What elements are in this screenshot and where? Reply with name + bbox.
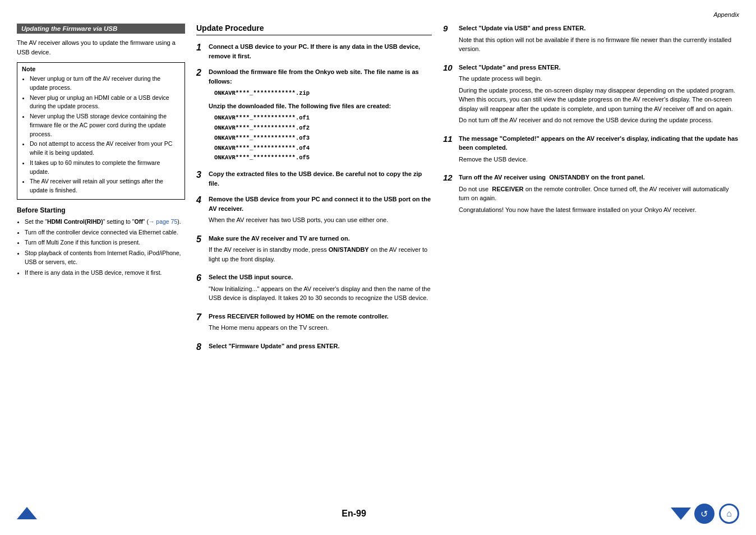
step-content-1: Connect a USB device to your PC. If ther… — [209, 42, 432, 61]
step-6: 6 Select the USB input source. "Now Init… — [196, 273, 432, 305]
step-num-3: 3 — [196, 169, 209, 180]
step-9: 9 Select "Update via USB" and press ENTE… — [443, 24, 739, 56]
arrow-up-icon — [17, 507, 37, 519]
intro-text: The AV receiver allows you to update the… — [17, 38, 185, 57]
file-item: ONKAVR****_************.of3 — [214, 133, 432, 143]
step-content-3: Copy the extracted files to the USB devi… — [209, 169, 432, 188]
note-list: Never unplug or turn off the AV receiver… — [22, 75, 180, 195]
file-item: ONKAVR****_************.of1 — [214, 113, 432, 123]
step-num-5: 5 — [196, 234, 209, 245]
footer-icons: ↺ ⌂ — [694, 504, 739, 524]
step-content-5: Make sure the AV receiver and TV are tur… — [209, 234, 432, 266]
step-num-8: 8 — [196, 342, 209, 352]
step-num-4: 4 — [196, 195, 209, 205]
list-item: The AV receiver will retain all your set… — [30, 177, 180, 195]
mid-column: Update Procedure 1 Connect a USB device … — [196, 24, 432, 359]
step-num-11: 11 — [443, 134, 459, 144]
footer: En-99 ↺ ⌂ — [0, 504, 756, 524]
step-num-6: 6 — [196, 273, 209, 283]
step-3: 3 Copy the extracted files to the USB de… — [196, 169, 432, 188]
list-item: If there is any data in the USB device, … — [25, 269, 185, 278]
right-column: 9 Select "Update via USB" and press ENTE… — [443, 24, 739, 223]
note-box: Note Never unplug or turn off the AV rec… — [17, 62, 185, 200]
step-content-2: Download the firmware file from the Onky… — [209, 67, 432, 163]
list-item: Never unplug or turn off the AV receiver… — [30, 75, 180, 93]
footer-center: En-99 — [342, 509, 366, 519]
step-7: 7 Press RECEIVER followed by HOME on the… — [196, 312, 432, 335]
page: Appendix Updating the Firmware via USB T… — [0, 0, 756, 535]
back-icon[interactable]: ↺ — [694, 504, 714, 524]
step-content-11: The message "Completed!" appears on the … — [459, 134, 739, 167]
step-num-2: 2 — [196, 67, 209, 78]
list-item: It takes up to 60 minutes to complete th… — [30, 159, 180, 177]
step-content-7: Press RECEIVER followed by HOME on the r… — [209, 312, 432, 335]
file-item: ONKAVR****_************.of5 — [214, 153, 432, 163]
list-item: Turn off the controller device connected… — [25, 228, 185, 237]
step-5: 5 Make sure the AV receiver and TV are t… — [196, 234, 432, 266]
step-1: 1 Connect a USB device to your PC. If th… — [196, 42, 432, 61]
home-icon[interactable]: ⌂ — [719, 504, 739, 524]
step-content-4: Remove the USB device from your PC and c… — [209, 195, 432, 227]
list-item: Do not attempt to access the AV receiver… — [30, 140, 180, 158]
file-list: ONKAVR****_************.of1 ONKAVR****_*… — [209, 113, 432, 163]
step-content-12: Turn off the AV receiver using ON/STANDB… — [459, 173, 739, 216]
section-title: Updating the Firmware via USB — [17, 24, 185, 34]
step-content-9: Select "Update via USB" and press ENTER.… — [459, 24, 739, 56]
step-content-6: Select the USB input source. "Now Initia… — [209, 273, 432, 305]
list-item: Never unplug the USB storage device cont… — [30, 112, 180, 139]
arrow-down-icon — [671, 508, 691, 520]
main-columns: Updating the Firmware via USB The AV rec… — [17, 24, 739, 359]
footer-left-arrow — [17, 507, 37, 520]
step-content-10: Select "Update" and press ENTER. The upd… — [459, 63, 739, 127]
page-number: En-99 — [342, 509, 366, 519]
appendix-header: Appendix — [17, 11, 739, 18]
step-10: 10 Select "Update" and press ENTER. The … — [443, 63, 739, 127]
note-label: Note — [22, 66, 180, 72]
step-2: 2 Download the firmware file from the On… — [196, 67, 432, 163]
step-num-1: 1 — [196, 42, 209, 53]
list-item: Stop playback of contents from Internet … — [25, 249, 185, 267]
step-num-12: 12 — [443, 173, 459, 183]
footer-right: ↺ ⌂ — [671, 504, 739, 524]
left-column: Updating the Firmware via USB The AV rec… — [17, 24, 185, 279]
file-item: ONKAVR****_************.of4 — [214, 143, 432, 153]
step-8: 8 Select "Firmware Update" and press ENT… — [196, 342, 432, 352]
before-starting-title: Before Starting — [17, 206, 185, 214]
list-item: Set the "HDMI Control(RIHD)" setting to … — [25, 218, 185, 227]
appendix-label: Appendix — [713, 11, 739, 18]
list-item: Turn off Multi Zone if this function is … — [25, 238, 185, 247]
step-11: 11 The message "Completed!" appears on t… — [443, 134, 739, 167]
file-item: ONKAVR****_************.of2 — [214, 123, 432, 133]
step-num-9: 9 — [443, 24, 459, 34]
step-4: 4 Remove the USB device from your PC and… — [196, 195, 432, 227]
step-12: 12 Turn off the AV receiver using ON/STA… — [443, 173, 739, 216]
list-item: Never plug or unplug an HDMI cable or a … — [30, 94, 180, 112]
before-starting-list: Set the "HDMI Control(RIHD)" setting to … — [17, 218, 185, 278]
step-num-7: 7 — [196, 312, 209, 322]
step-content-8: Select "Firmware Update" and press ENTER… — [209, 342, 432, 351]
update-procedure-title: Update Procedure — [196, 24, 432, 35]
step-num-10: 10 — [443, 63, 459, 73]
